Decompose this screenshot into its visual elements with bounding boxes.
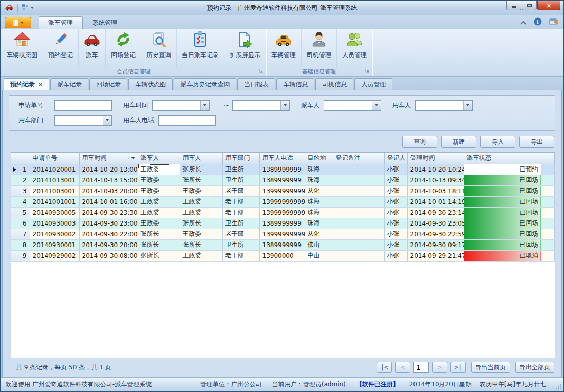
grid-cell[interactable]: 卫生所 [222, 218, 259, 229]
grid-cell[interactable] [333, 185, 384, 196]
grid-cell[interactable]: 2014-09-29 21:47 [407, 250, 464, 261]
grid-cell[interactable] [333, 250, 384, 261]
filter-combo[interactable] [54, 115, 112, 126]
grid-cell[interactable]: 小张 [384, 218, 407, 229]
first-page-button[interactable]: |< [377, 362, 392, 373]
column-header-派车人[interactable]: 派车人 [138, 153, 180, 164]
ribbon-button-house[interactable]: 车辆状态图 [2, 29, 43, 67]
grid-cell[interactable]: 小张 [384, 229, 407, 239]
grid-cell[interactable]: 20140930005 [30, 207, 79, 218]
grid-cell[interactable] [333, 196, 384, 207]
ribbon-button-pencil[interactable]: 预约登记 [43, 29, 79, 67]
ribbon-button-screen-export[interactable]: 扩展屏显示 [224, 29, 266, 67]
table-row[interactable]: 7201409300022014-09-30 22:00张所长王政委老干部139… [11, 229, 555, 239]
doc-tab-2[interactable]: 回场记录 [89, 78, 127, 90]
grid-cell[interactable]: 20140929002 [30, 250, 79, 261]
column-header-受理时间[interactable]: 受理时间 [407, 153, 464, 164]
grid-cell[interactable]: 20141003001 [30, 185, 79, 196]
filter-combo[interactable] [232, 100, 290, 111]
grid-cell[interactable]: 珠海 [305, 218, 333, 229]
next-page-button[interactable]: > [432, 362, 447, 373]
grid-cell[interactable]: 2014-10-20 13:00 [79, 164, 138, 175]
grid-cell[interactable]: 2014-10-01 14:19 [407, 196, 464, 207]
grid-cell[interactable]: 王政委 [180, 250, 222, 261]
ribbon-button-yellow-car[interactable]: 车辆管理 [266, 29, 302, 67]
dialog-launcher-icon[interactable] [259, 68, 264, 74]
grid-cell[interactable] [333, 218, 384, 229]
row-indicator[interactable]: 5 [11, 207, 30, 218]
ribbon-button-recycle[interactable]: 回场登记 [106, 29, 141, 67]
grid-cell[interactable]: 2014-09-30 08:00 [79, 250, 138, 261]
grid-cell[interactable]: 13999999999 [259, 207, 305, 218]
status-cell-returned[interactable]: 已回场 [464, 229, 541, 239]
column-header-用车时间[interactable]: 用车时间 [79, 153, 138, 164]
grid-cell[interactable]: 王政委 [180, 229, 222, 239]
status-cell-returned[interactable]: 已回场 [464, 207, 541, 218]
grid-cell[interactable]: 张所长 [138, 250, 180, 261]
grid-cell[interactable]: 王政委 [180, 185, 222, 196]
combo-dropdown-button[interactable] [200, 101, 209, 110]
grid-cell[interactable]: 老干部 [222, 207, 259, 218]
grid-cell[interactable]: 小张 [384, 207, 407, 218]
column-header-登记人[interactable]: 登记人 [384, 153, 407, 164]
status-cell-returned[interactable]: 已回场 [464, 196, 541, 207]
doc-tab-1[interactable]: 派车记录 [50, 78, 88, 90]
table-row[interactable]: 5201409300052014-09-30 23:30王政委王政委老干部139… [11, 207, 555, 218]
grid-cell[interactable]: 卫生所 [222, 239, 259, 250]
table-row[interactable]: 1201410200012014-10-20 13:00王政委张所长卫生所138… [11, 164, 555, 175]
grid-cell[interactable]: 王政委 [138, 164, 180, 175]
grid-cell[interactable]: 卫生所 [222, 164, 259, 175]
export-button[interactable]: 导出 [519, 136, 554, 148]
grid-cell[interactable]: 老干部 [222, 185, 259, 196]
table-row[interactable]: 9201409290022014-09-30 08:00张所长王政委老干部139… [11, 250, 555, 261]
grid-cell[interactable]: 老干部 [222, 229, 259, 239]
doc-tab-3[interactable]: 车辆状态图 [128, 78, 173, 90]
column-header-申请单号[interactable]: 申请单号 [30, 153, 79, 164]
row-indicator[interactable]: 3 [11, 185, 30, 196]
grid-cell[interactable]: 2014-09-30 23:00 [79, 218, 138, 229]
row-indicator[interactable]: 7 [11, 229, 30, 239]
grid-cell[interactable]: 从化 [305, 185, 333, 196]
grid-cell[interactable]: 珠海 [305, 196, 333, 207]
grid-cell[interactable]: 2014-10-13 15:00 [79, 175, 138, 185]
combo-dropdown-button[interactable] [372, 101, 381, 110]
ribbon-tab-system[interactable]: 系统管理 [83, 16, 127, 29]
grid-cell[interactable]: 小张 [384, 250, 407, 261]
grid-cell[interactable]: 13999999999 [259, 229, 305, 239]
table-row[interactable]: 6201409300032014-09-30 23:00王政委张所长卫生所138… [11, 218, 555, 229]
ribbon-button-red-car[interactable]: 派车 [79, 29, 106, 67]
doc-tab-5[interactable]: 当日报表 [237, 78, 275, 90]
grid-cell[interactable]: 佛山 [305, 239, 333, 250]
grid-cell[interactable] [333, 207, 384, 218]
grid-cell[interactable]: 2014-09-30 22:00 [79, 229, 138, 239]
column-header-派车状态[interactable]: 派车状态 [464, 153, 541, 164]
status-cell-returned[interactable]: 已回场 [464, 175, 541, 185]
grid-cell[interactable]: 20141020001 [30, 164, 79, 175]
grid-cell[interactable]: 珠海 [305, 175, 333, 185]
grid-cell[interactable]: 珠海 [305, 207, 333, 218]
doc-tab-7[interactable]: 司机信息 [315, 78, 353, 90]
skin-style-icon[interactable] [549, 17, 558, 27]
grid-cell[interactable]: 王政委 [180, 207, 222, 218]
grid-cell[interactable]: 珠海 [305, 164, 333, 175]
doc-tab-8[interactable]: 人员管理 [354, 78, 392, 90]
filter-combo[interactable] [415, 100, 473, 111]
grid-cell[interactable]: 2014-09-30 23:05 [407, 218, 464, 229]
collapse-ribbon-icon[interactable] [520, 19, 527, 26]
row-indicator[interactable]: 2 [11, 175, 30, 185]
layout-switch-icon[interactable] [22, 4, 29, 12]
grid-cell[interactable]: 张所长 [138, 229, 180, 239]
grid-cell[interactable]: 20140930002 [30, 229, 79, 239]
export-current-page-button[interactable]: 导出当前页 [471, 362, 510, 373]
resize-grip-icon[interactable] [555, 383, 561, 389]
grid-cell[interactable]: 13900000 [259, 250, 305, 261]
status-cell-returned[interactable]: 已回场 [464, 239, 541, 250]
last-page-button[interactable]: >| [450, 362, 466, 373]
grid-cell[interactable]: 王政委 [180, 196, 222, 207]
new-button[interactable]: 新建 [441, 136, 476, 148]
filter-text-input[interactable] [54, 100, 112, 111]
restore-button[interactable] [522, 1, 537, 10]
status-cell-cancelled[interactable]: 已取消 [464, 250, 541, 261]
grid-cell[interactable]: 2014-09-30 23:30 [79, 207, 138, 218]
ribbon-button-history-search[interactable]: 历史查询 [141, 29, 177, 67]
